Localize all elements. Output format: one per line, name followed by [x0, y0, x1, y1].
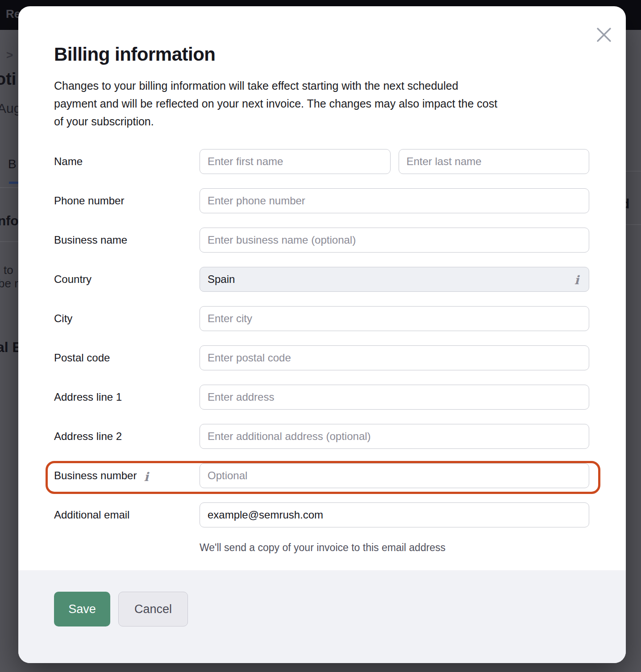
background-text-fragment-2: be r [0, 277, 18, 290]
additional-email-helper-text: We'll send a copy of your invoice to thi… [200, 542, 589, 554]
address-line-2-label: Address line 2 [54, 430, 200, 443]
breadcrumb-chevron-icon: > [6, 48, 13, 62]
background-text-fragment-1: to [4, 263, 13, 277]
modal-title: Billing information [54, 44, 215, 65]
form-row-additional-email: Additional email [54, 502, 589, 527]
form-row-phone: Phone number [54, 188, 589, 213]
country-select[interactable]: Spain i [200, 267, 589, 292]
form-row-address-1: Address line 1 [54, 385, 589, 410]
address-line-1-label: Address line 1 [54, 391, 200, 403]
business-name-input[interactable] [200, 228, 589, 253]
additional-email-input[interactable] [200, 502, 589, 527]
close-button[interactable] [595, 25, 613, 44]
form-row-postal-code: Postal code [54, 345, 589, 370]
business-number-input[interactable] [200, 463, 589, 488]
background-tab-underline [9, 182, 19, 184]
business-number-info-icon[interactable]: i [144, 471, 148, 483]
close-icon [595, 26, 613, 44]
form-row-business-number: Business number i [54, 463, 589, 488]
background-tab-fragment: B [8, 157, 17, 171]
form-row-address-2: Address line 2 [54, 424, 589, 449]
country-info-icon[interactable]: i [574, 274, 579, 286]
modal-description-line: Changes to your billing information will… [54, 77, 594, 95]
form-row-business-name: Business name [54, 228, 589, 253]
city-input[interactable] [200, 306, 589, 331]
last-name-input[interactable] [399, 149, 590, 174]
address-line-1-input[interactable] [200, 385, 589, 410]
background-section-heading-fragment: nfo [0, 213, 19, 228]
address-line-2-input[interactable] [200, 424, 589, 449]
background-divider [626, 224, 641, 225]
billing-information-modal: Billing information Changes to your bill… [18, 6, 626, 663]
save-button[interactable]: Save [54, 592, 110, 626]
background-divider [0, 187, 18, 188]
phone-label: Phone number [54, 195, 200, 207]
modal-footer: Save Cancel [18, 570, 626, 663]
cancel-button[interactable]: Cancel [118, 592, 188, 626]
phone-input[interactable] [200, 188, 589, 213]
additional-email-label: Additional email [54, 509, 200, 521]
business-number-label: Business number i [54, 469, 200, 482]
form-row-city: City [54, 306, 589, 331]
business-name-label: Business name [54, 234, 200, 246]
modal-description-line: payment and will be reflected on your ne… [54, 95, 594, 112]
background-page-title-fragment: oti [0, 70, 16, 89]
country-label: Country [54, 273, 200, 286]
city-label: City [54, 312, 200, 325]
name-label: Name [54, 155, 200, 168]
background-divider [626, 171, 641, 171]
form-row-name: Name [54, 149, 589, 174]
postal-code-input[interactable] [200, 345, 589, 370]
postal-code-label: Postal code [54, 352, 200, 364]
modal-description: Changes to your billing information will… [54, 77, 594, 130]
billing-form: Name Phone number Business name C [54, 149, 589, 554]
form-row-country: Country Spain i [54, 267, 589, 292]
modal-description-line: of your subscription. [54, 112, 594, 130]
first-name-input[interactable] [200, 149, 391, 174]
screen: Re > oti Aug B nfo to be r al E d Billin… [0, 0, 641, 672]
background-divider [0, 241, 18, 242]
country-value: Spain [208, 273, 235, 286]
